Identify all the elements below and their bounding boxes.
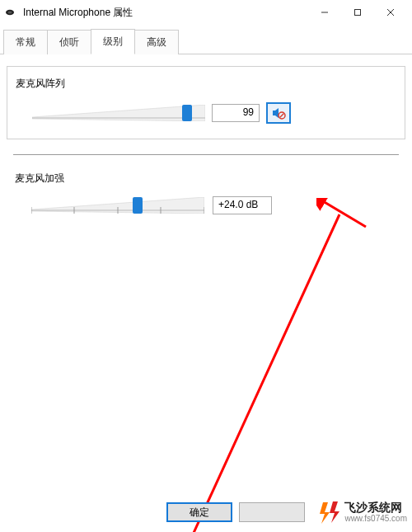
secondary-button[interactable]: [239, 502, 305, 522]
watermark-logo-icon: [320, 501, 341, 524]
tab-content-levels: 麦克风阵列 99 麦克风加强: [0, 66, 412, 505]
mic-array-label: 麦克风阵列: [16, 77, 396, 91]
svg-point-1: [8, 11, 12, 13]
annotation-arrow-2: [175, 206, 348, 532]
ok-button[interactable]: 确定: [166, 502, 232, 522]
svg-rect-3: [355, 10, 361, 16]
tab-listen[interactable]: 侦听: [47, 30, 91, 54]
svg-line-20: [185, 214, 339, 532]
mic-array-slider[interactable]: [32, 103, 205, 123]
mic-boost-slider-thumb[interactable]: [133, 197, 143, 214]
mic-boost-label: 麦克风加强: [15, 172, 397, 186]
mic-array-group: 麦克风阵列 99: [7, 66, 405, 139]
tab-advanced[interactable]: 高级: [134, 30, 179, 54]
svg-marker-6: [32, 105, 205, 121]
close-button[interactable]: [374, 1, 407, 24]
watermark-title: 飞沙系统网: [344, 501, 407, 514]
mic-boost-slider[interactable]: [31, 195, 204, 215]
window-title: Internal Microphone 属性: [23, 6, 308, 20]
watermark-url: www.fs0745.com: [344, 514, 407, 523]
window-controls: [308, 1, 407, 24]
mic-boost-section: 麦克风加强 +24.0 dB: [7, 172, 405, 215]
mute-button[interactable]: [266, 102, 291, 124]
dialog-button-bar: 确定: [7, 502, 305, 522]
mic-array-value[interactable]: 99: [212, 104, 260, 122]
mic-array-slider-thumb[interactable]: [182, 105, 192, 121]
tab-levels[interactable]: 级别: [91, 29, 135, 54]
minimize-button[interactable]: [308, 1, 341, 24]
section-divider: [13, 154, 399, 155]
tab-bar: 常规 侦听 级别 高级: [0, 25, 412, 54]
svg-line-9: [280, 114, 284, 118]
microphone-icon: [5, 6, 18, 19]
watermark: 飞沙系统网 www.fs0745.com: [320, 501, 407, 524]
mic-boost-value[interactable]: +24.0 dB: [213, 196, 272, 214]
title-bar: Internal Microphone 属性: [0, 0, 412, 25]
tab-general[interactable]: 常规: [3, 30, 48, 54]
maximize-button[interactable]: [341, 1, 374, 24]
